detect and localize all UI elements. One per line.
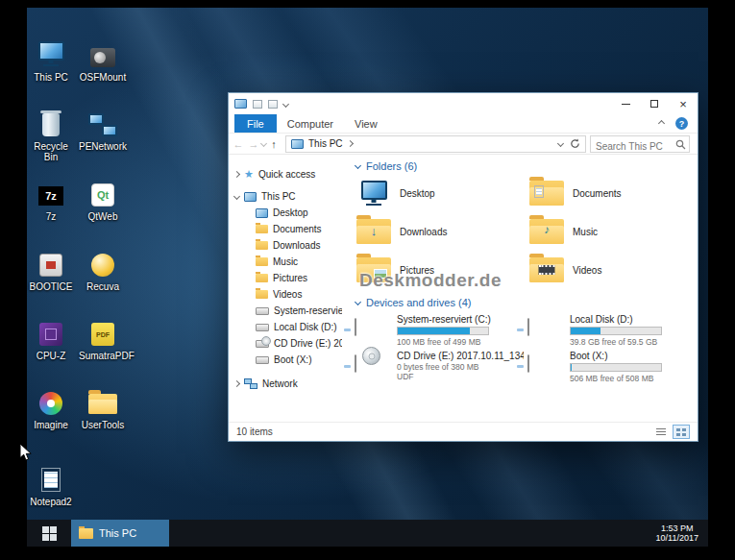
help-icon[interactable]: ? bbox=[675, 117, 688, 130]
folder-tile-downloads[interactable]: ↓Downloads bbox=[355, 216, 518, 247]
folder-tile-videos[interactable]: Videos bbox=[527, 255, 691, 285]
desktop-icon-penetwork[interactable]: PENetwork bbox=[79, 104, 127, 152]
desktop-icon-qtweb[interactable]: QtQtWeb bbox=[79, 174, 127, 222]
qat-dropdown-icon[interactable] bbox=[282, 100, 289, 107]
folder-label: Documents bbox=[573, 188, 622, 199]
computer-icon bbox=[234, 99, 247, 109]
address-bar[interactable]: This PC bbox=[285, 135, 586, 153]
tab-computer[interactable]: Computer bbox=[277, 114, 344, 133]
back-button[interactable]: ← bbox=[231, 138, 246, 150]
drive-tile-cd[interactable]: CD Drive (E:) 2017.10.11_1340 0 bytes fr… bbox=[355, 351, 524, 381]
clock-time: 1:53 PM bbox=[656, 523, 698, 533]
forward-button[interactable]: → bbox=[246, 138, 261, 150]
folder-icon bbox=[256, 225, 268, 233]
sidebar-item-label: Downloads bbox=[273, 240, 342, 251]
videos-folder-icon bbox=[527, 257, 566, 282]
folder-tile-pictures[interactable]: Pictures bbox=[355, 255, 518, 285]
drive-usage-bar bbox=[397, 327, 489, 335]
drive-icon bbox=[355, 314, 391, 347]
chevron-right-icon[interactable] bbox=[347, 140, 354, 147]
search-box[interactable] bbox=[590, 135, 690, 153]
refresh-icon[interactable] bbox=[570, 138, 580, 149]
devices-section-header[interactable]: Devices and drives (4) bbox=[355, 297, 471, 308]
desktop-icon-imagine[interactable]: Imagine bbox=[27, 382, 75, 430]
chevron-down-icon[interactable] bbox=[233, 193, 240, 200]
tab-view[interactable]: View bbox=[344, 114, 388, 133]
chevron-down-icon bbox=[355, 298, 361, 304]
sidebar-item-desktop[interactable]: Desktop bbox=[229, 205, 342, 221]
desktop-icon-cpuz[interactable]: CPU-Z bbox=[27, 313, 75, 361]
desktop-icon-recuva[interactable]: Recuva bbox=[79, 244, 127, 292]
explorer-main: ★ Quick access This PC Desktop Documents… bbox=[229, 155, 698, 422]
sidebar-item-pictures[interactable]: Pictures bbox=[229, 270, 342, 286]
desktop-icon-bootice[interactable]: BOOTICE bbox=[27, 244, 75, 292]
tab-file[interactable]: File bbox=[234, 114, 277, 133]
minimize-ribbon-icon[interactable] bbox=[658, 120, 665, 127]
up-button[interactable]: ↑ bbox=[266, 138, 282, 150]
notepad2-icon bbox=[27, 459, 75, 494]
taskbar-clock[interactable]: 1:53 PM 10/11/2017 bbox=[656, 523, 698, 543]
sidebar-item-this-pc[interactable]: This PC bbox=[229, 188, 342, 205]
navigation-pane: ★ Quick access This PC Desktop Documents… bbox=[229, 155, 342, 422]
drive-icon bbox=[527, 351, 564, 383]
system-tray: 1:53 PM 10/11/2017 bbox=[656, 520, 708, 547]
thumbnails-view-button[interactable] bbox=[673, 425, 690, 439]
sidebar-item-system-drive[interactable]: System-reserviert (C:) bbox=[229, 303, 342, 319]
desktop-icon-recycle-bin[interactable]: Recycle Bin bbox=[27, 104, 75, 162]
sidebar-item-documents[interactable]: Documents bbox=[229, 221, 342, 237]
desktop-icon-usertools[interactable]: UserTools bbox=[79, 382, 127, 430]
properties-icon[interactable] bbox=[253, 100, 262, 109]
folder-label: Videos bbox=[573, 265, 601, 276]
bootice-icon bbox=[27, 244, 75, 279]
folders-section-header[interactable]: Folders (6) bbox=[355, 160, 417, 172]
folder-tile-documents[interactable]: Documents bbox=[527, 178, 691, 208]
clock-date: 10/11/2017 bbox=[656, 533, 698, 543]
desktop-icon-osfmount[interactable]: OSFMount bbox=[79, 35, 127, 83]
folder-label: Music bbox=[573, 227, 598, 237]
desktop-icon-label: UserTools bbox=[79, 420, 127, 430]
minimize-button[interactable] bbox=[611, 93, 640, 114]
desktop-icon-7z[interactable]: 7z7z bbox=[27, 174, 75, 222]
taskbar-item-this-pc[interactable]: This PC bbox=[71, 520, 169, 547]
sidebar-item-music[interactable]: Music bbox=[229, 254, 342, 270]
desktop-icon-sumatrapdf[interactable]: PDFSumatraPDF bbox=[79, 313, 127, 361]
folder-tile-music[interactable]: ♪Music bbox=[527, 216, 691, 247]
details-view-button[interactable] bbox=[652, 425, 670, 439]
drive-tile-d[interactable]: Local Disk (D:) 39.8 GB free of 59.5 GB bbox=[527, 314, 697, 347]
recuva-icon bbox=[79, 244, 127, 279]
cd-drive-icon bbox=[355, 351, 391, 381]
folder-icon bbox=[256, 241, 268, 250]
sidebar-item-quick-access[interactable]: ★ Quick access bbox=[229, 166, 342, 183]
desktop-icon-this-pc[interactable]: This PC bbox=[27, 35, 75, 83]
title-bar[interactable]: × bbox=[229, 93, 698, 114]
new-folder-icon[interactable] bbox=[268, 100, 278, 109]
drive-free-space: 100 MB free of 499 MB bbox=[397, 337, 524, 347]
drive-tile-boot-x[interactable]: Boot (X:) 506 MB free of 508 MB bbox=[527, 351, 697, 383]
maximize-button[interactable] bbox=[640, 93, 669, 114]
drive-usage-bar bbox=[570, 363, 662, 372]
folder-label: Desktop bbox=[400, 188, 435, 199]
search-icon[interactable] bbox=[675, 139, 686, 150]
sidebar-item-label: Pictures bbox=[273, 273, 342, 283]
breadcrumb[interactable]: This PC bbox=[308, 138, 343, 149]
chevron-right-icon[interactable] bbox=[233, 171, 240, 178]
start-button[interactable] bbox=[27, 520, 71, 547]
sidebar-item-boot-x[interactable]: Boot (X:) bbox=[229, 352, 342, 368]
sidebar-item-local-disk-d[interactable]: Local Disk (D:) bbox=[229, 319, 342, 335]
sidebar-item-cd-drive[interactable]: CD Drive (E:) 2017.10.11_1340 bbox=[229, 335, 342, 352]
chevron-right-icon[interactable] bbox=[233, 380, 240, 387]
desktop-icon-notepad2[interactable]: Notepad2 bbox=[27, 459, 75, 507]
search-input[interactable] bbox=[591, 138, 689, 154]
close-button[interactable]: × bbox=[669, 93, 698, 114]
sidebar-item-videos[interactable]: Videos bbox=[229, 286, 342, 303]
music-folder-icon: ♪ bbox=[527, 219, 566, 244]
desktop-icon-label: Notepad2 bbox=[27, 497, 75, 507]
quick-access-icon: ★ bbox=[244, 169, 254, 180]
sidebar-item-downloads[interactable]: Downloads bbox=[229, 237, 342, 254]
address-dropdown-icon[interactable] bbox=[557, 140, 564, 147]
maximize-icon bbox=[650, 100, 658, 108]
folder-tile-desktop[interactable]: Desktop bbox=[355, 178, 518, 208]
drive-tile-c[interactable]: System-reserviert (C:) 100 MB free of 49… bbox=[355, 314, 524, 347]
sidebar-item-network[interactable]: Network bbox=[229, 376, 342, 392]
sidebar-item-label: Boot (X:) bbox=[274, 354, 342, 365]
